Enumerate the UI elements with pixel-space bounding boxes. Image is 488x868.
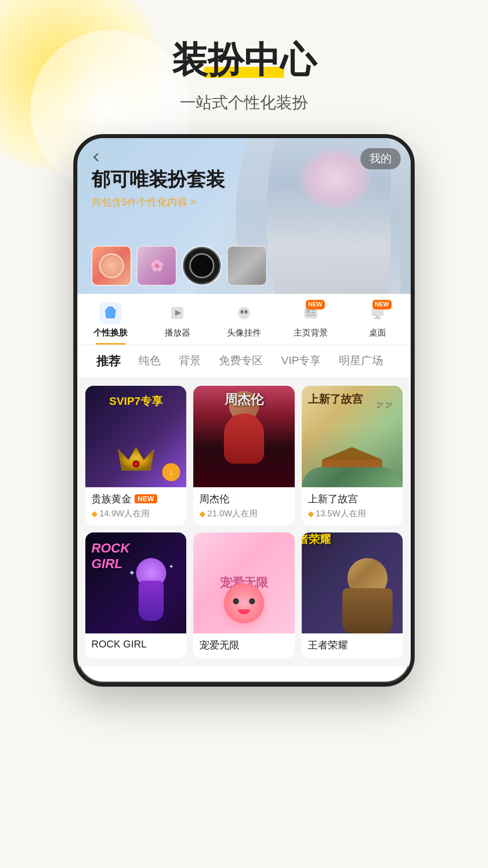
cat-label-skin: 个性换肤 xyxy=(93,327,128,339)
grid-item-3[interactable]: 上新了故宫 🕊 🕊 上新了故宫 ◆ 13.5W人在用 xyxy=(302,386,403,525)
rock-girl-text: ROCKGIRL xyxy=(91,540,130,572)
item-info-6: 王者荣耀 xyxy=(302,633,403,658)
thumbnail-3[interactable] xyxy=(182,246,222,286)
thumbnail-1[interactable] xyxy=(91,246,132,286)
cat-tab-avatar[interactable]: 头像挂件 xyxy=(211,294,278,345)
item-name-1: 贵族黄金 NEW xyxy=(91,492,180,506)
sub-tabs: 推荐 纯色 背景 免费专区 VIP专享 明星广场 xyxy=(77,345,411,378)
sub-tab-solid[interactable]: 纯色 xyxy=(130,345,170,377)
svg-point-18 xyxy=(134,462,139,467)
grid-item-5[interactable]: 宠爱无限 宠爱无限 xyxy=(193,532,294,658)
svg-point-6 xyxy=(245,311,247,312)
item-info-2: 周杰伦 ◆ 21.0W人在用 xyxy=(193,487,294,525)
item-name-2: 周杰伦 xyxy=(199,492,288,506)
item-image-6: 王者荣耀 xyxy=(302,532,403,633)
skin-icon xyxy=(99,302,121,324)
cat-tab-skin[interactable]: 个性换肤 xyxy=(77,294,144,345)
sub-tab-star[interactable]: 明星广场 xyxy=(330,345,392,377)
palace-title-overlay: 上新了故宫 xyxy=(308,392,363,407)
cat-label-homebg: 主页背景 xyxy=(294,327,328,339)
item-info-5: 宠爱无限 xyxy=(193,633,294,658)
item-users-2: ◆ 21.0W人在用 xyxy=(199,508,288,519)
diamond-gold-3: ◆ xyxy=(308,509,314,518)
grid-item-2[interactable]: 周杰伦 周杰伦 ◆ 21.0W人在用 xyxy=(193,386,294,525)
item-info-1: 贵族黄金 NEW ◆ 14.9W人在用 xyxy=(85,487,186,525)
item-users-3: ◆ 13.5W人在用 xyxy=(308,508,397,519)
item-image-1: SVIP7专享 xyxy=(85,386,186,487)
cat-label-player: 播放器 xyxy=(165,327,190,339)
sub-tab-vip[interactable]: VIP专享 xyxy=(272,345,330,377)
svg-point-5 xyxy=(241,311,242,312)
svg-rect-11 xyxy=(306,314,315,316)
items-grid: SVIP7专享 xyxy=(77,378,411,666)
download-badge-1: ↓ xyxy=(162,463,180,481)
item-name-3: 上新了故宫 xyxy=(308,492,397,506)
svg-rect-10 xyxy=(311,312,315,313)
homebg-icon: NEW xyxy=(300,302,322,324)
sub-tab-bg[interactable]: 背景 xyxy=(170,345,210,377)
desktop-icon: NEW xyxy=(367,302,389,324)
banner-hair-highlight xyxy=(300,148,371,208)
page-subtitle: 一站式个性化装扮 xyxy=(0,92,488,114)
star-name-overlay: 周杰伦 xyxy=(224,391,264,408)
phone-mockup-wrapper: 我的 郁可唯装扮套装 共包含5件个性化内容 > xyxy=(0,134,488,707)
svg-point-2 xyxy=(238,307,250,319)
phone-frame: 我的 郁可唯装扮套装 共包含5件个性化内容 > xyxy=(73,134,415,687)
svg-rect-9 xyxy=(311,309,315,311)
thumbnail-4[interactable] xyxy=(227,246,267,286)
svg-rect-13 xyxy=(376,316,380,318)
diamond-gold-2: ◆ xyxy=(199,509,205,518)
page-title: 装扮中心 xyxy=(172,40,316,80)
item-name-4: ROCK GIRL xyxy=(91,638,180,650)
svg-rect-8 xyxy=(306,309,310,313)
homebg-new-badge: NEW xyxy=(306,300,325,309)
cat-tab-homebg[interactable]: NEW 主页背景 xyxy=(277,294,344,345)
grid-item-4[interactable]: ROCKGIRL ✦ ✦ xyxy=(85,532,186,658)
item-image-3: 上新了故宫 🕊 🕊 xyxy=(302,386,403,487)
svg-rect-14 xyxy=(374,318,382,319)
svip-label: SVIP7专享 xyxy=(109,394,162,409)
sub-tab-recommend[interactable]: 推荐 xyxy=(87,345,130,377)
sub-tab-free[interactable]: 免费专区 xyxy=(210,345,272,377)
grid-item-6[interactable]: 王者荣耀 王者荣耀 xyxy=(302,532,403,658)
banner-subtitle: 共包含5件个性化内容 > xyxy=(91,195,225,209)
cat-label-desktop: 桌面 xyxy=(369,327,386,339)
cat-tab-desktop[interactable]: NEW 桌面 xyxy=(344,294,411,345)
king-text: 王者荣耀 xyxy=(302,532,331,547)
cat-tab-player[interactable]: 播放器 xyxy=(144,294,211,345)
item-users-1: ◆ 14.9W人在用 xyxy=(91,508,180,519)
back-button[interactable] xyxy=(87,148,105,166)
cat-label-avatar: 头像挂件 xyxy=(227,327,261,339)
thumbnail-2[interactable]: 🌸 xyxy=(137,246,177,286)
grid-item-1[interactable]: SVIP7专享 xyxy=(85,386,186,525)
category-tabs: 个性换肤 播放器 xyxy=(77,294,411,345)
item-new-tag-1: NEW xyxy=(135,494,157,503)
item-name-5: 宠爱无限 xyxy=(199,638,288,652)
header-section: 装扮中心 一站式个性化装扮 xyxy=(0,0,488,134)
item-info-3: 上新了故宫 ◆ 13.5W人在用 xyxy=(302,487,403,525)
item-image-5: 宠爱无限 xyxy=(193,532,294,633)
crown-icon xyxy=(116,445,156,475)
avatar-icon xyxy=(233,302,255,324)
my-button[interactable]: 我的 xyxy=(360,148,401,169)
item-info-4: ROCK GIRL xyxy=(85,633,186,656)
banner-text-block: 郁可唯装扮套装 共包含5件个性化内容 > xyxy=(91,168,225,209)
item-name-6: 王者荣耀 xyxy=(308,638,397,652)
player-icon xyxy=(166,302,188,324)
banner-thumbnails: 🌸 xyxy=(77,246,411,286)
item-image-4: ROCKGIRL ✦ ✦ xyxy=(85,532,186,633)
banner-area: 我的 郁可唯装扮套装 共包含5件个性化内容 > xyxy=(77,138,411,294)
diamond-gold-1: ◆ xyxy=(91,509,97,518)
item-image-2: 周杰伦 xyxy=(193,386,294,487)
desktop-new-badge: NEW xyxy=(373,300,392,309)
phone-content: 我的 郁可唯装扮套装 共包含5件个性化内容 > xyxy=(77,138,411,666)
banner-title: 郁可唯装扮套装 xyxy=(91,168,225,191)
